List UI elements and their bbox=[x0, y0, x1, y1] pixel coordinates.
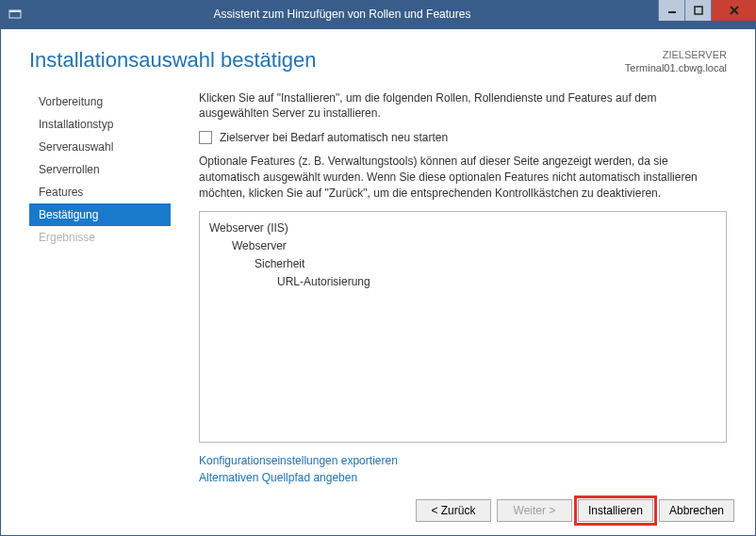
restart-checkbox-row[interactable]: Zielserver bei Bedarf automatisch neu st… bbox=[199, 131, 727, 144]
close-icon bbox=[729, 5, 740, 16]
restart-checkbox-label: Zielserver bei Bedarf automatisch neu st… bbox=[220, 131, 448, 144]
restart-checkbox[interactable] bbox=[199, 131, 212, 144]
export-config-link[interactable]: Konfigurationseinstellungen exportieren bbox=[199, 454, 398, 467]
nav-item-serverrollen[interactable]: Serverrollen bbox=[29, 158, 171, 181]
target-server-value: Terminal01.cbwg.local bbox=[625, 61, 727, 74]
svg-rect-1 bbox=[9, 10, 21, 12]
tree-item: Webserver bbox=[209, 237, 716, 255]
cancel-button[interactable]: Abbrechen bbox=[659, 499, 734, 522]
optional-features-text: Optionale Features (z. B. Verwaltungstoo… bbox=[199, 154, 727, 201]
nav-item-ergebnisse: Ergebnisse bbox=[29, 226, 171, 249]
window-title: Assistent zum Hinzufügen von Rollen und … bbox=[26, 8, 658, 21]
next-button: Weiter > bbox=[497, 499, 572, 522]
close-button[interactable] bbox=[711, 0, 756, 21]
description-text: Klicken Sie auf "Installieren", um die f… bbox=[199, 90, 727, 122]
wizard-nav: Vorbereitung Installationstyp Serverausw… bbox=[29, 81, 171, 486]
install-button[interactable]: Installieren bbox=[578, 499, 653, 522]
target-server-block: ZIELSERVER Terminal01.cbwg.local bbox=[625, 48, 727, 75]
nav-item-features[interactable]: Features bbox=[29, 181, 171, 203]
alt-source-path-link[interactable]: Alternativen Quellpfad angeben bbox=[199, 471, 357, 484]
nav-item-serverauswahl[interactable]: Serverauswahl bbox=[29, 136, 171, 158]
app-icon bbox=[4, 8, 26, 21]
nav-item-installationstyp[interactable]: Installationstyp bbox=[29, 113, 171, 136]
nav-item-vorbereitung[interactable]: Vorbereitung bbox=[29, 90, 171, 113]
nav-item-bestaetigung[interactable]: Bestätigung bbox=[29, 203, 171, 226]
svg-rect-3 bbox=[695, 7, 702, 14]
maximize-icon bbox=[694, 6, 703, 15]
target-server-label: ZIELSERVER bbox=[625, 48, 727, 61]
window-titlebar: Assistent zum Hinzufügen von Rollen und … bbox=[0, 0, 756, 28]
footer-buttons: < Zurück Weiter > Installieren Abbrechen bbox=[1, 486, 755, 535]
tree-item: Webserver (IIS) bbox=[209, 219, 716, 237]
tree-item: URL-Autorisierung bbox=[209, 273, 716, 291]
page-heading: Installationsauswahl bestätigen bbox=[29, 48, 625, 73]
minimize-icon bbox=[667, 6, 677, 15]
window-controls bbox=[658, 0, 756, 21]
maximize-button[interactable] bbox=[684, 0, 711, 21]
back-button[interactable]: < Zurück bbox=[416, 499, 491, 522]
tree-item: Sicherheit bbox=[209, 255, 716, 273]
minimize-button[interactable] bbox=[658, 0, 684, 21]
selection-tree: Webserver (IIS) Webserver Sicherheit URL… bbox=[199, 211, 727, 443]
